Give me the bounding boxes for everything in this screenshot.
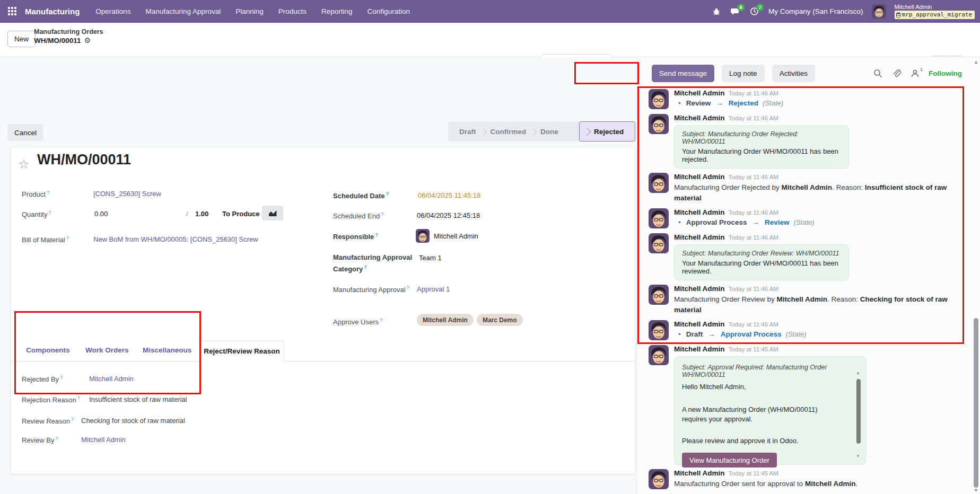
search-messages-icon[interactable] (873, 68, 882, 78)
rejected-by-label: Rejected By? (22, 375, 63, 383)
nav-menu-item[interactable]: Products (278, 7, 307, 15)
avatar[interactable] (649, 345, 669, 365)
tracking-field-name: (State) (763, 99, 783, 107)
tab-miscellaneous[interactable]: Miscellaneous (143, 346, 191, 354)
review-by-value[interactable]: Mitchell Admin (81, 436, 126, 444)
avatar[interactable] (649, 173, 669, 193)
bom-value[interactable]: New BoM from WH/MO/00005: [CONS_25630] S… (93, 235, 258, 243)
message-author[interactable]: Mitchell Admin (674, 469, 725, 477)
review-reason-value[interactable]: Checking for stock of raw material (81, 417, 185, 425)
avatar-image (872, 4, 886, 19)
message-content: Mitchell AdminToday at 11:46 AM•Approval… (674, 208, 963, 228)
avatar-image (649, 208, 669, 228)
apps-grid-icon[interactable] (8, 7, 18, 16)
send-message-button[interactable]: Send message (652, 65, 714, 82)
message-author[interactable]: Mitchell Admin (674, 89, 725, 97)
cancel-button[interactable]: Cancel (7, 124, 43, 141)
message-author[interactable]: Mitchell Admin (674, 114, 725, 122)
tab-reject-review-reason[interactable]: Reject/Review Reason (199, 340, 284, 361)
responsible-avatar (416, 229, 430, 243)
rejected-by-value[interactable]: Mitchell Admin (89, 375, 134, 383)
breadcrumb-parent[interactable]: Manufacturing Orders (34, 28, 103, 36)
email-subject: Subject: Approval Required: Manufacturin… (682, 364, 844, 378)
chatter-message: Mitchell AdminToday at 11:45 AM•Draft→Ap… (649, 320, 963, 340)
log-note-button[interactable]: Log note (722, 65, 765, 82)
status-confirmed[interactable]: Confirmed (486, 128, 531, 136)
followers-icon[interactable]: 1 (910, 68, 920, 78)
scrollbar-thumb[interactable] (974, 318, 978, 488)
user-avatar[interactable] (872, 4, 886, 19)
message-author[interactable]: Mitchell Admin (674, 285, 725, 293)
gear-icon[interactable]: ⚙ (84, 36, 91, 45)
message-author[interactable]: Mitchell Admin (674, 320, 725, 328)
responsible-value[interactable]: Mitchell Admin (434, 232, 478, 240)
message-author[interactable]: Mitchell Admin (674, 233, 725, 241)
database-badge: mrp_approval_migrate (895, 11, 975, 19)
avatar[interactable] (649, 233, 669, 253)
forecast-chart-button[interactable] (262, 206, 283, 220)
scroll-up-icon[interactable]: ▲ (974, 59, 978, 65)
control-panel: New Manufacturing Orders WH/MO/00011⚙ Ov… (0, 23, 980, 57)
avatar[interactable] (649, 114, 669, 134)
rejection-reason-value[interactable]: Insufficient stock of raw material (89, 395, 187, 403)
following-button[interactable]: Following (929, 69, 962, 77)
favorite-star-icon[interactable]: ☆ (18, 157, 30, 172)
activities-clock-icon[interactable]: 7 (749, 6, 760, 17)
message-timestamp: Today at 11:45 AM (729, 346, 778, 352)
avatar[interactable] (649, 320, 669, 340)
page-scrollbar[interactable]: ▲ ▼ (972, 58, 980, 494)
message-content: Mitchell AdminToday at 11:45 AMSubject: … (674, 345, 963, 465)
approve-user-tag[interactable]: Marc Demo (477, 314, 523, 326)
tab-work-orders[interactable]: Work Orders (85, 346, 129, 354)
nav-menu-item[interactable]: Manufacturing Approval (145, 7, 221, 15)
nav-bar: Manufacturing OperationsManufacturing Ap… (0, 0, 980, 23)
status-draft[interactable]: Draft (454, 128, 481, 136)
activities-button[interactable]: Activities (772, 65, 815, 82)
nav-menu-item[interactable]: Reporting (321, 7, 353, 15)
manufacturing-approval-value[interactable]: Approval 1 (417, 285, 450, 293)
message-header: Mitchell AdminToday at 11:46 AM (674, 208, 963, 216)
scheduled-date-value[interactable]: 06/04/2025 11:45:18 (418, 191, 480, 199)
scheduled-date-label: Scheduled Date? (333, 191, 389, 200)
avatar-image (416, 229, 430, 243)
scroll-up-icon[interactable]: ▲ (856, 371, 860, 375)
message-author[interactable]: Mitchell Admin (674, 208, 725, 216)
email-scrollbar[interactable]: ▲▼ (855, 371, 862, 458)
status-done[interactable]: Done (536, 128, 563, 136)
tab-components[interactable]: Components (26, 346, 70, 354)
message-author[interactable]: Mitchell Admin (674, 173, 725, 181)
quantity-produced[interactable]: 0.00 (94, 210, 108, 218)
approval-category-value[interactable]: Team 1 (419, 254, 442, 262)
message-content: Mitchell AdminToday at 11:46 AMSubject: … (674, 233, 963, 280)
message-author[interactable]: Mitchell Admin (674, 345, 725, 353)
approve-user-tag[interactable]: Mitchell Admin (417, 314, 474, 326)
nav-menu-item[interactable]: Configuration (368, 7, 410, 15)
product-value[interactable]: [CONS_25630] Screw (93, 190, 161, 198)
user-block[interactable]: Mitchell Admin mrp_approval_migrate (895, 4, 976, 19)
responsible-label: Responsible? (333, 232, 378, 241)
quantity-to-produce-value[interactable]: 1.00 (195, 210, 208, 218)
avatar[interactable] (649, 89, 669, 109)
avatar[interactable] (649, 285, 669, 305)
avatar[interactable] (649, 469, 669, 489)
view-manufacturing-order-button[interactable]: View Manufacturing Order (682, 453, 777, 467)
scrollbar-thumb[interactable] (856, 379, 861, 444)
avatar[interactable] (649, 208, 669, 228)
app-name[interactable]: Manufacturing (25, 7, 80, 16)
scroll-down-icon[interactable]: ▼ (856, 454, 860, 458)
scheduled-end-value: 06/04/2025 12:45:18 (417, 211, 480, 219)
tracking-value: •Approval Process→Review(State) (674, 218, 963, 226)
product-label: Product? (22, 190, 49, 198)
bug-icon[interactable] (711, 6, 722, 17)
message-header: Mitchell AdminToday at 11:45 AM (674, 320, 963, 328)
review-reason-label: Review Reason? (22, 417, 74, 425)
nav-menu-item[interactable]: Planning (235, 7, 264, 15)
arrow-right-icon: → (752, 218, 760, 226)
nav-menu-item[interactable]: Operations (95, 7, 130, 15)
messages-icon[interactable]: 8 (730, 6, 741, 17)
status-rejected-active[interactable]: Rejected (579, 121, 635, 142)
attachments-icon[interactable] (891, 68, 901, 78)
scroll-down-icon[interactable]: ▼ (974, 488, 978, 493)
company-switcher[interactable]: My Company (San Francisco) (768, 7, 863, 15)
new-button[interactable]: New (7, 31, 36, 47)
